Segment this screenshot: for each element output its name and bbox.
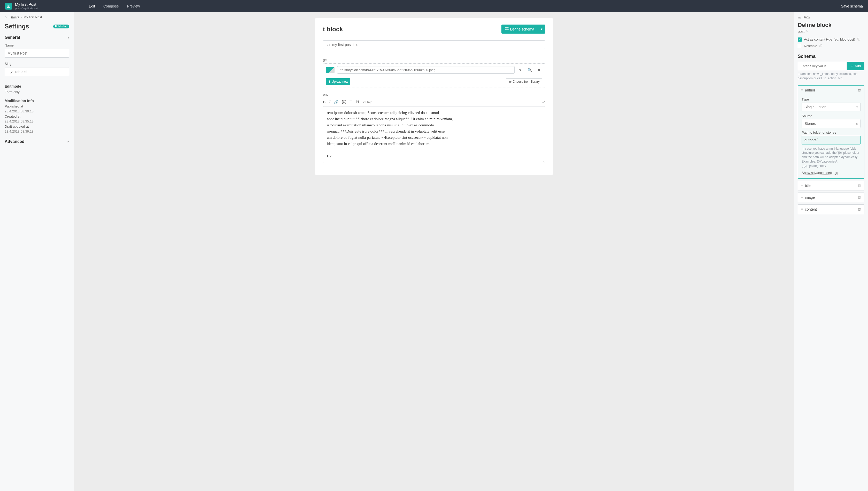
chevron-down-icon: ▾ (541, 27, 542, 31)
show-advanced-settings-link[interactable]: Show advanced settings (802, 171, 838, 175)
list-icon: ☰ (349, 100, 353, 104)
breadcrumb: ⌂ › Posts › My first Post (5, 15, 69, 19)
italic-button[interactable]: I (329, 100, 330, 104)
help-icon[interactable]: ⓘ (857, 37, 860, 41)
published-at-label: Published at (5, 105, 23, 108)
back-label: Back (803, 15, 810, 19)
page-subtitle: posts/my-first-post (15, 7, 38, 10)
tab-preview[interactable]: Preview (123, 0, 144, 12)
content-editor-textarea[interactable] (323, 106, 545, 163)
help-button[interactable]: ? Help (363, 100, 372, 104)
upload-new-button[interactable]: ⬆ Upload new (326, 78, 350, 85)
type-select[interactable]: Single-Option (802, 103, 861, 111)
edit-image-button[interactable]: ✎ (517, 67, 523, 73)
block-title: t block (323, 26, 343, 33)
draft-updated-at-value: 23.4.2018 08:39:18 (5, 129, 34, 133)
schema-heading: Schema (798, 54, 864, 59)
act-as-content-type-checkbox[interactable]: ✓ (798, 37, 802, 41)
published-at-value: 23.4.2018 08:39:18 (5, 109, 34, 113)
tab-compose[interactable]: Compose (99, 0, 123, 12)
schema-field-image: ≡ image 🗑 (798, 193, 864, 202)
image-thumbnail[interactable] (326, 67, 334, 73)
title-block: My first Post posts/my-first-post (15, 2, 38, 10)
search-image-button[interactable]: 🔍 (526, 67, 534, 73)
choose-from-library-button[interactable]: 🗁 Choose from library (506, 78, 542, 85)
schema-field-title-header[interactable]: ≡ title 🗑 (798, 181, 864, 190)
name-input[interactable] (5, 49, 69, 58)
breadcrumb-posts[interactable]: Posts (11, 15, 19, 19)
schema-field-content: ≡ content 🗑 (798, 204, 864, 214)
chevron-right-icon: › (8, 15, 9, 19)
back-link[interactable]: ← Back (798, 15, 864, 19)
general-section-toggle[interactable]: General ▾ (5, 35, 69, 40)
bold-button[interactable]: B (323, 100, 326, 104)
schema-field-title: ≡ title 🗑 (798, 181, 864, 191)
delete-field-button[interactable]: 🗑 (858, 207, 861, 211)
link-button[interactable]: 🔗 (334, 100, 338, 104)
path-input[interactable] (802, 136, 861, 144)
breadcrumb-current: My first Post (24, 15, 42, 19)
title-input[interactable] (323, 40, 545, 49)
image-button[interactable]: 🖼 (342, 100, 346, 104)
save-schema-button[interactable]: Save schema (841, 4, 863, 8)
remove-image-button[interactable]: ✕ (536, 67, 542, 73)
tab-edit[interactable]: Edit (85, 0, 99, 12)
chevron-down-icon: ▾ (68, 36, 69, 39)
schema-icon (505, 27, 509, 31)
modification-info-label: Modification-Info (5, 99, 69, 103)
editmode-value: Form only (5, 89, 69, 94)
define-schema-dropdown[interactable]: ▾ (538, 25, 545, 34)
settings-heading: Settings (5, 23, 29, 30)
advanced-label: Advanced (5, 139, 24, 144)
editor-toolbar: B I 🔗 🖼 ☰ H ? Help ⤢ (323, 98, 545, 106)
app-logo[interactable] (5, 3, 12, 9)
folder-icon: 🗁 (508, 80, 511, 84)
schema-field-name: image (805, 195, 856, 200)
define-schema-group: Define schema ▾ (502, 25, 545, 34)
delete-field-button[interactable]: 🗑 (858, 183, 861, 187)
source-select[interactable]: Stories (802, 119, 861, 128)
delete-field-button[interactable]: 🗑 (858, 88, 861, 92)
nestable-label: Nestable (804, 44, 817, 48)
editmode-label: Editmode (5, 84, 69, 88)
drag-handle-icon[interactable]: ≡ (801, 88, 803, 92)
draft-updated-at-label: Draft updated at (5, 124, 29, 128)
nestable-checkbox[interactable] (798, 44, 802, 48)
expand-icon: ⤢ (542, 100, 545, 104)
drag-handle-icon[interactable]: ≡ (801, 184, 803, 187)
add-schema-key-button[interactable]: ＋ Add (847, 62, 864, 70)
rename-block-button[interactable]: ✎ (806, 30, 809, 33)
image-url-input[interactable] (337, 66, 515, 74)
search-icon: 🔍 (528, 68, 532, 72)
schema-field-content-header[interactable]: ≡ content 🗑 (798, 205, 864, 214)
expand-button[interactable]: ⤢ (542, 100, 545, 104)
name-label: Name (5, 44, 69, 47)
define-block-heading: Define block (798, 22, 864, 28)
define-schema-button[interactable]: Define schema (502, 25, 538, 34)
path-label: Path to folder of stories (802, 131, 861, 134)
trash-icon: 🗑 (858, 207, 861, 211)
image-field: ✎ 🔍 ✕ ⬆ Upload new 🗁 Choose from library (323, 63, 545, 88)
drag-handle-icon[interactable]: ≡ (801, 196, 803, 199)
heading-button[interactable]: H (356, 100, 359, 104)
drag-handle-icon[interactable]: ≡ (801, 207, 803, 211)
content-field-label: ent (323, 92, 545, 96)
topbar: My first Post posts/my-first-post Edit C… (0, 0, 868, 12)
path-hint: In case you have a multi-language folder… (802, 147, 861, 168)
slug-input[interactable] (5, 67, 69, 76)
add-label: Add (855, 64, 861, 68)
top-tabs: Edit Compose Preview (85, 0, 144, 12)
page-title: My first Post (15, 2, 38, 7)
schema-key-input[interactable] (798, 62, 847, 70)
help-label: Help (365, 100, 372, 104)
schema-field-name: content (805, 207, 856, 211)
delete-field-button[interactable]: 🗑 (858, 195, 861, 199)
schema-field-image-header[interactable]: ≡ image 🗑 (798, 193, 864, 202)
help-icon[interactable]: ⓘ (819, 44, 822, 48)
upload-icon: ⬆ (328, 80, 331, 84)
list-button[interactable]: ☰ (349, 100, 353, 104)
home-icon[interactable]: ⌂ (5, 15, 7, 19)
created-at-label: Created at (5, 114, 21, 118)
schema-field-author-header[interactable]: ≡ author 🗑 (798, 86, 864, 95)
advanced-section-toggle[interactable]: Advanced ▸ (5, 139, 69, 144)
